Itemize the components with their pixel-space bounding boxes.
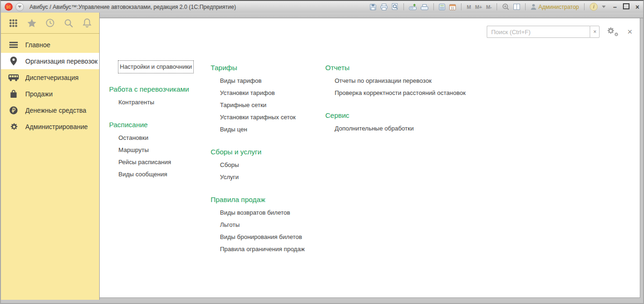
group-header: Правила продаж	[211, 193, 305, 207]
bus-icon	[8, 74, 19, 81]
menu-group: РасписаниеОстановкиМаршрутыРейсы расписа…	[109, 118, 193, 181]
1c-logo-icon: 1С	[5, 3, 13, 11]
sidebar: ГлавноеОрганизация перевозокДиспетчериза…	[1, 13, 100, 300]
menu-link-row: Услуги	[211, 171, 305, 183]
separator	[497, 3, 497, 10]
menu-link[interactable]: Настройки и справочники	[118, 61, 193, 73]
bag-icon	[8, 89, 19, 98]
pin-icon	[8, 57, 19, 65]
menu-link[interactable]: Контрагенты	[118, 97, 154, 108]
menu-group: ТарифыВиды тарифовУстановки тарифовТариф…	[211, 61, 305, 136]
user-label: Администратор	[538, 4, 579, 10]
menu-link[interactable]: Отчеты по организации перевозок	[335, 75, 432, 87]
menu-columns: Настройки и справочникиРабота с перевозч…	[100, 18, 640, 297]
memory-plus-button[interactable]: M+	[475, 3, 482, 11]
memory-minus-button[interactable]: M-	[486, 3, 492, 11]
chevron-down-icon	[602, 6, 606, 8]
sidebar-item-main[interactable]: Главное	[1, 36, 99, 53]
section-panel: × × Настройки и справочникиРабота с пере…	[100, 18, 640, 298]
history-icon[interactable]	[45, 18, 55, 28]
sidebar-item-sales[interactable]: Продажи	[1, 86, 99, 102]
menu-link[interactable]: Проверка корректности расстояний останов…	[335, 87, 466, 99]
titlebar-toolbar: 31 M M+ M- Администратор i	[370, 3, 606, 11]
menu-link[interactable]: Виды сообщения	[118, 169, 167, 180]
ruble-icon	[8, 106, 19, 115]
menu-link-row: Рейсы расписания	[109, 156, 193, 168]
zoom-icon[interactable]	[502, 3, 509, 11]
app-window: 1С Авибус / Авибус™:Управление автовокза…	[0, 0, 644, 304]
menu-group: Настройки и справочники	[109, 61, 193, 73]
menu-link[interactable]: Виды бронирования билетов	[220, 232, 302, 243]
menu-link[interactable]: Сборы	[220, 159, 239, 171]
sidebar-item-label: Организация перевозок	[25, 58, 97, 65]
sidebar-nav: ГлавноеОрганизация перевозокДиспетчериза…	[1, 36, 99, 135]
menu-link[interactable]: Установки тарифных сеток	[220, 112, 296, 123]
menu-link-row: Виды цен	[211, 123, 305, 136]
print-icon[interactable]	[381, 3, 388, 11]
print-device-icon[interactable]	[421, 3, 428, 11]
menu-link-row: Правила ограничения продаж	[211, 243, 305, 255]
menu-link[interactable]: Льготы	[220, 219, 240, 231]
gear-icon	[8, 123, 19, 130]
menu-link[interactable]: Виды возвратов билетов	[220, 207, 290, 218]
calculator-icon[interactable]	[439, 3, 445, 11]
calendar-icon[interactable]: 31	[449, 3, 456, 11]
window-controls: – ×	[613, 3, 639, 10]
menu-link[interactable]: Правила ограничения продаж	[220, 244, 305, 255]
minimize-button[interactable]: –	[613, 4, 617, 10]
menu-group: ОтчетыОтчеты по организации перевозокПро…	[325, 61, 466, 99]
print-preview-icon[interactable]	[392, 3, 398, 11]
menu-link[interactable]: Маршруты	[118, 145, 149, 156]
group-header: Отчеты	[325, 61, 466, 75]
memory-button[interactable]: M	[467, 3, 471, 11]
sidebar-item-label: Денежные средства	[25, 107, 86, 114]
menu-link[interactable]: Остановки	[118, 132, 148, 144]
user-menu-button[interactable]: Администратор	[531, 3, 579, 11]
menu-link[interactable]: Виды цен	[220, 124, 247, 135]
main-top-strip	[100, 13, 643, 18]
bell-icon[interactable]	[82, 18, 92, 28]
menu-link-row: Установки тарифных сеток	[211, 111, 305, 123]
sidebar-item-money[interactable]: Денежные средства	[1, 102, 99, 118]
maximize-button[interactable]	[623, 3, 629, 10]
menu-link-row: Тарифные сетки	[211, 99, 305, 111]
menu-link-row: Контрагенты	[109, 96, 193, 109]
menu-link-row: Виды возвратов билетов	[211, 207, 305, 219]
menu-link-row: Маршруты	[109, 144, 193, 156]
menu-column-2: ТарифыВиды тарифовУстановки тарифовТариф…	[211, 61, 305, 255]
apps-icon[interactable]	[8, 18, 18, 28]
sidebar-item-administration[interactable]: Администрирование	[1, 118, 99, 135]
sidebar-item-dispatching[interactable]: Диспетчеризация	[1, 69, 99, 86]
group-header: Сборы и услуги	[211, 145, 305, 159]
close-window-button[interactable]: ×	[636, 4, 639, 10]
menu-link-row: Льготы	[211, 219, 305, 231]
menu-icon	[8, 42, 19, 48]
info-button[interactable]: i	[590, 3, 598, 11]
menu-link-row: Дополнительные обработки	[325, 123, 466, 135]
sidebar-item-label: Диспетчеризация	[25, 74, 79, 81]
menu-link[interactable]: Установки тарифов	[220, 87, 275, 99]
star-icon[interactable]	[27, 18, 37, 28]
menu-link-row: Сборы	[211, 159, 305, 171]
menu-link[interactable]: Дополнительные обработки	[335, 123, 414, 134]
menu-link[interactable]: Рейсы расписания	[118, 157, 171, 168]
load-data-icon[interactable]	[409, 3, 417, 11]
sidebar-item-transport-org[interactable]: Организация перевозок	[1, 53, 99, 69]
search-icon[interactable]	[64, 18, 74, 28]
menu-link-row: Установки тарифов	[211, 87, 305, 99]
split-window-icon[interactable]	[513, 3, 520, 11]
menu-link[interactable]: Услуги	[220, 172, 239, 183]
save-icon[interactable]	[370, 3, 376, 11]
menu-link[interactable]: Тарифные сетки	[220, 100, 266, 111]
separator	[525, 3, 526, 10]
titlebar: 1С Авибус / Авибус™:Управление автовокза…	[1, 1, 643, 13]
system-menu-button[interactable]	[15, 3, 24, 11]
menu-link-row: Остановки	[109, 132, 193, 144]
sidebar-panelbar	[1, 13, 99, 34]
sidebar-item-label: Администрирование	[25, 123, 88, 130]
window-title: Авибус / Авибус™:Управление автовокзалам…	[29, 4, 236, 10]
menu-link[interactable]: Виды тарифов	[220, 75, 262, 87]
titlebar-dropdown-button[interactable]	[602, 3, 606, 11]
menu-link-row: Отчеты по организации перевозок	[325, 75, 466, 87]
info-icon: i	[590, 3, 598, 11]
